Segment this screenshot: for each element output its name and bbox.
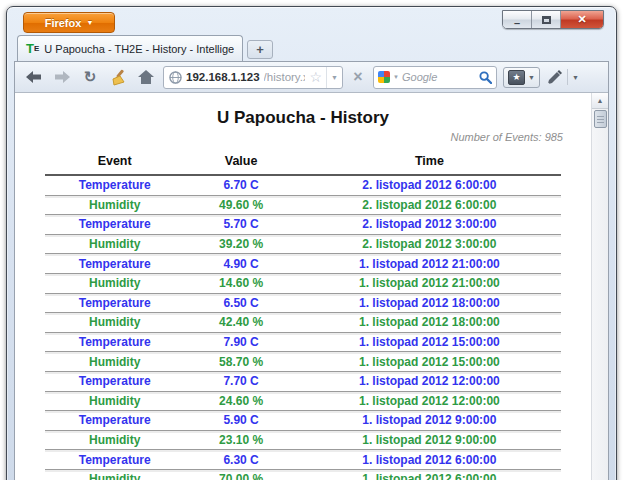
google-logo-icon [378,71,390,83]
cell-event: Humidity [45,355,184,369]
search-engine-dropdown[interactable]: ▼ [393,74,399,80]
close-icon: ✕ [577,13,586,26]
cell-event: Temperature [45,335,184,349]
cell-value: 7.70 C [184,374,298,388]
url-host[interactable]: 192.168.1.123 [186,71,260,83]
cell-time: 1. listopad 2012 6:00:00 [298,472,561,480]
stop-button[interactable]: × [349,68,367,86]
firefox-menu-label: Firefox [45,17,82,29]
cell-value: 14.60 % [184,276,298,290]
maximize-button[interactable] [532,11,561,28]
minimize-button[interactable]: – [503,11,532,28]
search-input[interactable]: ▼ Google [373,66,497,89]
cell-event: Temperature [45,413,184,427]
chevron-down-icon: ▼ [86,19,93,26]
table-row: Temperature5.70 C2. listopad 2012 3:00:0… [45,215,561,235]
cell-event: Humidity [45,276,184,290]
bookmarks-menu-button[interactable]: ★ ▼ [503,67,540,88]
table-row: Temperature5.90 C1. listopad 2012 9:00:0… [45,411,561,431]
cell-time: 1. listopad 2012 12:00:00 [298,374,561,388]
table-row: Humidity14.60 %1. listopad 2012 21:00:00 [45,274,561,294]
bookmark-star-icon[interactable]: ☆ [309,69,322,85]
table-row: Temperature7.90 C1. listopad 2012 15:00:… [45,333,561,353]
cell-value: 70.00 % [184,472,298,480]
tab-history-page[interactable]: T E U Papoucha - TH2E - History - Intell… [17,35,243,61]
table-row: Humidity39.20 %2. listopad 2012 3:00:00 [45,235,561,255]
cell-event: Temperature [45,296,184,310]
history-table: Event Value Time Temperature6.70 C2. lis… [45,150,561,480]
new-tab-button[interactable]: + [247,40,273,59]
cell-time: 1. listopad 2012 21:00:00 [298,257,561,271]
forward-button[interactable] [51,66,73,88]
history-table-rows: Temperature6.70 C2. listopad 2012 6:00:0… [45,176,561,480]
close-button[interactable]: ✕ [561,11,603,28]
cell-value: 7.90 C [184,335,298,349]
cell-event: Humidity [45,472,184,480]
forward-arrow-icon [54,71,70,83]
table-row: Temperature6.70 C2. listopad 2012 6:00:0… [45,176,561,196]
events-count: Number of Events: 985 [15,131,591,143]
stop-icon: × [353,68,362,85]
page-viewport: U Papoucha - History Number of Events: 9… [15,93,608,480]
cell-value: 5.70 C [184,217,298,231]
cell-time: 1. listopad 2012 6:00:00 [298,453,561,467]
cell-time: 1. listopad 2012 9:00:00 [298,433,561,447]
cell-event: Temperature [45,178,184,192]
globe-icon [169,71,182,84]
chevron-down-icon: ▼ [393,74,399,80]
cell-event: Temperature [45,374,184,388]
browser-window: Firefox ▼ – ✕ T E U Papoucha - TH2E - Hi… [6,6,617,480]
cell-value: 24.60 % [184,394,298,408]
navigation-toolbar: ↻ 192.168.1.123 /hist [15,62,608,93]
cell-time: 2. listopad 2012 3:00:00 [298,217,561,231]
cell-time: 2. listopad 2012 6:00:00 [298,178,561,192]
cell-time: 1. listopad 2012 18:00:00 [298,296,561,310]
cell-time: 1. listopad 2012 21:00:00 [298,276,561,290]
tab-bar: T E U Papoucha - TH2E - History - Intell… [7,34,616,61]
reload-button[interactable]: ↻ [79,66,101,88]
cell-event: Humidity [45,394,184,408]
cell-time: 1. listopad 2012 9:00:00 [298,413,561,427]
favicon-letter-e: E [34,45,39,53]
scrollbar-thumb[interactable] [594,110,607,128]
titlebar: Firefox ▼ – ✕ [7,7,616,34]
table-row: Humidity58.70 %1. listopad 2012 15:00:00 [45,352,561,372]
url-path[interactable]: /history.xml [264,71,306,83]
cell-value: 42.40 % [184,315,298,329]
vertical-scrollbar[interactable]: ▲ [591,93,608,480]
maximize-icon [542,16,551,24]
eyedropper-toolbar-button[interactable]: ▼ [546,69,579,86]
table-row: Humidity24.60 %1. listopad 2012 12:00:00 [45,392,561,412]
search-icon[interactable] [479,71,492,84]
table-row: Humidity70.00 %1. listopad 2012 6:00:00 [45,470,561,480]
table-row: Humidity23.10 %1. listopad 2012 9:00:00 [45,431,561,451]
clear-cache-button[interactable] [107,66,129,88]
search-placeholder: Google [402,71,476,83]
cell-event: Humidity [45,198,184,212]
url-history-dropdown[interactable]: ▼ [326,67,342,88]
cell-time: 1. listopad 2012 12:00:00 [298,394,561,408]
url-bar[interactable]: 192.168.1.123 /history.xml ☆ ▼ [163,66,343,89]
cell-value: 6.50 C [184,296,298,310]
chrome-body: ↻ 192.168.1.123 /hist [14,61,609,480]
page-title: U Papoucha - History [15,108,591,128]
cell-value: 58.70 % [184,355,298,369]
cell-event: Humidity [45,237,184,251]
cell-event: Humidity [45,315,184,329]
table-row: Temperature7.70 C1. listopad 2012 12:00:… [45,372,561,392]
cell-value: 4.90 C [184,257,298,271]
scrollbar-up-button[interactable]: ▲ [592,93,608,109]
cell-event: Temperature [45,257,184,271]
back-button[interactable] [23,66,45,88]
tab-title: U Papoucha - TH2E - History - Intelligen… [44,43,234,55]
table-row: Temperature6.50 C1. listopad 2012 18:00:… [45,294,561,314]
home-button[interactable] [135,66,157,88]
cell-value: 6.30 C [184,453,298,467]
table-header-row: Event Value Time [45,150,561,176]
firefox-menu-button[interactable]: Firefox ▼ [23,12,115,33]
header-time: Time [298,154,561,168]
table-row: Temperature6.30 C1. listopad 2012 6:00:0… [45,450,561,470]
home-icon [138,70,154,84]
chevron-down-icon[interactable]: ▼ [572,74,579,81]
favicon-letter-t: T [26,42,34,55]
